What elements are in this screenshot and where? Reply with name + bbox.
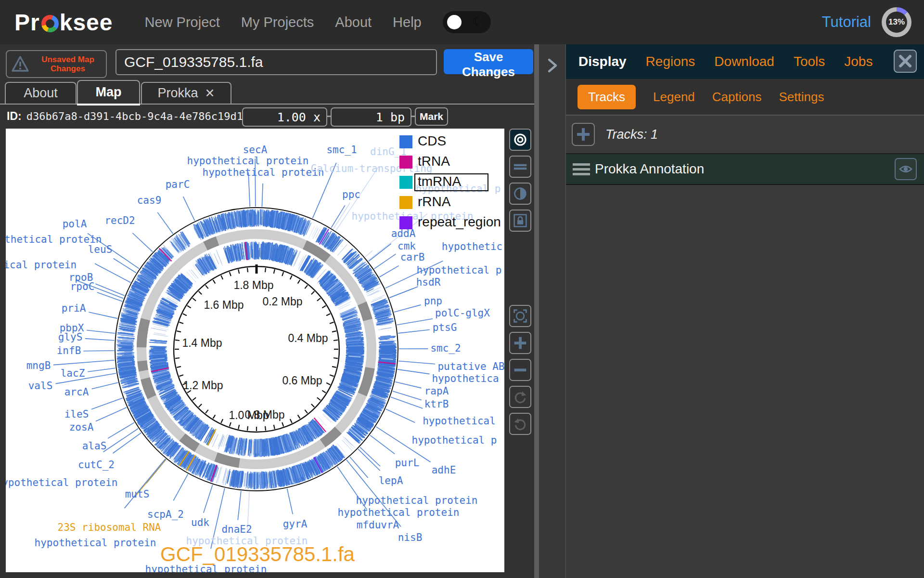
redo-button[interactable] xyxy=(509,386,531,408)
zoom-level-input[interactable] xyxy=(242,107,327,127)
display-panel: DisplayRegionsDownloadToolsJobs TracksLe… xyxy=(565,44,924,578)
position-input[interactable] xyxy=(331,107,411,127)
gene-label: lepA xyxy=(379,475,403,486)
map-status-row: ID: d36b67a8-d391-4bcb-9c4a-4e786c19d133… xyxy=(0,104,534,129)
gene-label: Calcium-transporting xyxy=(311,163,433,174)
gene-label: smc_1 xyxy=(326,144,357,156)
gene-label: leuS xyxy=(88,244,113,255)
lock-map-button[interactable] xyxy=(509,210,531,232)
mark-position-button[interactable]: Mark xyxy=(415,107,448,126)
legend-item-rrna[interactable]: rRNA xyxy=(399,194,451,209)
plus-icon xyxy=(576,127,590,142)
save-changes-button[interactable]: Save Changes xyxy=(444,49,533,74)
gene-label: purL xyxy=(395,457,420,469)
track-visibility-button[interactable] xyxy=(895,158,917,180)
gene-label: mutS xyxy=(125,488,150,500)
gene-label: valS xyxy=(28,380,53,392)
map-name-input[interactable] xyxy=(116,49,437,75)
genome-map[interactable]: secAsmc_1hypothetical proteinhypothetica… xyxy=(6,129,504,572)
gene-label: hypothetical protein xyxy=(35,537,156,549)
tutorial-progress-ring[interactable]: 13% xyxy=(882,7,911,37)
concentric-circles-icon xyxy=(513,131,527,148)
gene-label: hypothetical protein xyxy=(203,167,324,178)
invert-colors-button[interactable] xyxy=(509,183,531,205)
gene-label: cmk xyxy=(398,240,416,252)
track-name-label: Prokka Annotation xyxy=(595,161,704,177)
legend-swatch xyxy=(399,135,412,148)
panel-subtabs: TracksLegendCaptionsSettings xyxy=(566,79,924,116)
tab-prokka[interactable]: Prokka✕ xyxy=(141,82,231,104)
nav-link-help[interactable]: Help xyxy=(393,14,422,30)
map-id-label: ID: xyxy=(7,110,22,123)
proksee-logo[interactable]: Pr ksee xyxy=(14,9,113,36)
zoom-to-fit-button[interactable] xyxy=(509,305,531,327)
panel-menu-display[interactable]: Display xyxy=(578,54,627,69)
legend-label: CDS xyxy=(418,133,446,148)
horizontal-lines-icon xyxy=(513,158,527,175)
close-tab-icon[interactable]: ✕ xyxy=(205,86,215,100)
gene-label: mngB xyxy=(26,360,51,371)
tab-about[interactable]: About xyxy=(5,82,77,104)
track-item-prokka-annotation[interactable]: Prokka Annotation xyxy=(566,154,924,185)
legend-label: repeat_region xyxy=(418,214,501,229)
gene-label: hypothetical xyxy=(423,415,496,427)
close-panel-button[interactable] xyxy=(894,50,917,73)
tab-label: Prokka xyxy=(158,86,198,101)
nav-link-my-projects[interactable]: My Projects xyxy=(241,14,314,30)
zoom-fit-icon xyxy=(513,308,527,324)
gene-label: nisB xyxy=(398,532,423,543)
gene-label: dnaE2 xyxy=(221,524,252,535)
map-format-linear-button[interactable] xyxy=(509,156,531,178)
tab-map[interactable]: Map xyxy=(77,80,140,104)
panel-menu-regions[interactable]: Regions xyxy=(646,54,695,69)
minus-icon xyxy=(513,362,527,378)
map-workspace: Unsaved Map Changes Save Changes AboutMa… xyxy=(0,44,534,578)
legend-label: tmRNA xyxy=(418,174,462,189)
collapse-panel-button[interactable] xyxy=(543,55,562,76)
scale-label: 1.4 Mbp xyxy=(182,337,222,349)
legend-label: tRNA xyxy=(418,154,450,169)
gene-label: scpA_2 xyxy=(147,509,184,520)
track-drag-handle[interactable] xyxy=(573,163,590,175)
map-title: GCF_019335785.1.fa xyxy=(160,543,355,565)
gene-label: hypothetical protein xyxy=(187,155,309,167)
warning-triangle-icon xyxy=(11,54,30,74)
subtab-settings[interactable]: Settings xyxy=(779,90,824,105)
nav-link-new-project[interactable]: New Project xyxy=(144,14,219,30)
scale-label: 0.4 Mbp xyxy=(288,332,328,344)
panel-menu-download[interactable]: Download xyxy=(714,54,774,69)
legend-item-trna[interactable]: tRNA xyxy=(399,154,450,169)
panel-menu-tools[interactable]: Tools xyxy=(794,54,825,69)
tab-label: About xyxy=(24,86,58,101)
gene-label: hypothetica xyxy=(432,373,499,384)
contrast-icon xyxy=(513,185,527,202)
gene-label: 23S ribosomal RNA xyxy=(58,522,161,533)
zoom-out-button[interactable] xyxy=(509,359,531,381)
subtab-tracks[interactable]: Tracks xyxy=(578,85,636,109)
gene-label: ileS xyxy=(64,408,89,420)
gene-label: pnp xyxy=(424,295,442,307)
gene-label: ktrB xyxy=(424,398,449,410)
lock-icon xyxy=(513,212,527,229)
scale-label: 0.2 Mbp xyxy=(262,295,302,308)
gene-label: hypothetic xyxy=(442,241,502,252)
tutorial-link[interactable]: Tutorial xyxy=(822,13,871,31)
legend-item-cds[interactable]: CDS xyxy=(399,133,446,148)
gene-label: hypothetical protein xyxy=(338,507,460,518)
subtab-captions[interactable]: Captions xyxy=(712,90,762,105)
panel-divider xyxy=(534,44,565,578)
map-format-circular-button[interactable] xyxy=(509,129,531,151)
theme-toggle[interactable]: ☾ xyxy=(443,11,491,33)
chevron-right-icon xyxy=(546,57,559,74)
sun-icon xyxy=(447,15,462,29)
gene-label: parC xyxy=(166,179,190,190)
unsaved-changes-warning: Unsaved Map Changes xyxy=(6,50,107,78)
subtab-legend[interactable]: Legend xyxy=(653,90,695,105)
undo-button[interactable] xyxy=(509,413,531,435)
scale-label: 1.2 Mbp xyxy=(183,379,223,392)
nav-link-about[interactable]: About xyxy=(335,14,372,30)
add-track-button[interactable] xyxy=(572,123,595,146)
gene-label: priA xyxy=(62,302,86,314)
panel-menu-jobs[interactable]: Jobs xyxy=(844,54,873,69)
zoom-in-button[interactable] xyxy=(509,332,531,354)
